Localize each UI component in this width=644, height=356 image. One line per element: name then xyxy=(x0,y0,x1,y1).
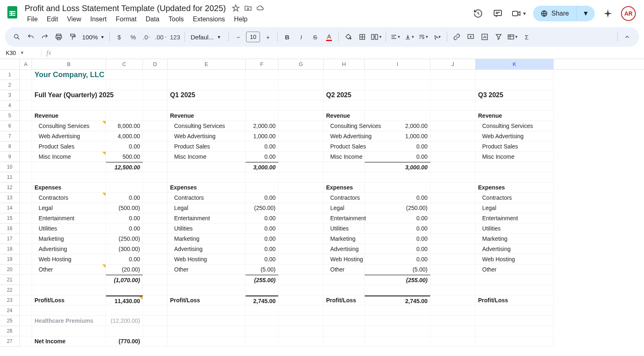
cell[interactable] xyxy=(106,90,143,100)
col-header-H[interactable]: H xyxy=(324,59,365,69)
cell[interactable] xyxy=(430,183,476,193)
font-size-input[interactable]: 10 xyxy=(246,32,260,42)
cell[interactable]: (250.00) xyxy=(106,234,143,244)
cell[interactable] xyxy=(365,183,430,193)
cell[interactable]: (300.00) xyxy=(106,244,143,254)
cell[interactable]: Profit/Loss xyxy=(32,295,106,306)
cell[interactable] xyxy=(143,203,168,213)
menu-data[interactable]: Data xyxy=(141,14,163,25)
cell[interactable] xyxy=(430,141,476,152)
cell[interactable] xyxy=(324,100,365,111)
increase-font-icon[interactable]: + xyxy=(262,30,274,43)
row-header-24[interactable]: 24 xyxy=(0,306,20,316)
row-header-25[interactable]: 25 xyxy=(0,316,20,326)
cell[interactable] xyxy=(324,326,365,336)
cell[interactable] xyxy=(168,326,246,336)
star-icon[interactable] xyxy=(232,4,240,12)
col-header-G[interactable]: G xyxy=(278,59,324,69)
cell[interactable] xyxy=(168,172,246,183)
cell[interactable]: Contractors xyxy=(32,193,106,203)
cell[interactable] xyxy=(365,285,430,295)
cell[interactable] xyxy=(20,285,32,295)
cell[interactable] xyxy=(278,121,324,131)
cell[interactable] xyxy=(143,285,168,295)
cell[interactable] xyxy=(246,172,278,183)
cell[interactable]: 0.00 xyxy=(365,141,430,152)
menu-help[interactable]: Help xyxy=(230,14,252,25)
cell[interactable] xyxy=(32,172,106,183)
cell[interactable]: Revenue xyxy=(32,111,106,121)
col-header-C[interactable]: C xyxy=(106,59,143,69)
cell[interactable]: (12,200.00) xyxy=(106,316,143,326)
cell[interactable] xyxy=(476,70,554,80)
cell[interactable]: Q2 2025 xyxy=(324,90,365,100)
fill-color-icon[interactable] xyxy=(342,30,354,43)
cell[interactable]: Revenue xyxy=(324,111,365,121)
cell[interactable] xyxy=(430,162,476,172)
comments-icon[interactable] xyxy=(491,7,504,20)
undo-icon[interactable] xyxy=(25,30,37,43)
cell[interactable] xyxy=(20,213,32,224)
bold-icon[interactable]: B xyxy=(281,30,293,43)
cell[interactable] xyxy=(20,111,32,121)
cell[interactable] xyxy=(143,162,168,172)
cell[interactable] xyxy=(430,234,476,244)
row-header-19[interactable]: 19 xyxy=(0,254,20,265)
cell[interactable]: Web Advertising xyxy=(324,131,365,141)
cell[interactable] xyxy=(365,111,430,121)
menu-format[interactable]: Format xyxy=(112,14,141,25)
menu-view[interactable]: View xyxy=(63,14,85,25)
search-menus-icon[interactable] xyxy=(11,30,23,43)
cell[interactable] xyxy=(365,172,430,183)
cell[interactable] xyxy=(278,80,324,90)
cell[interactable] xyxy=(20,172,32,183)
cell[interactable] xyxy=(324,306,365,316)
cell[interactable]: Web Advertising xyxy=(32,131,106,141)
vertical-align-icon[interactable]: ▼ xyxy=(403,30,416,43)
cell[interactable] xyxy=(476,100,554,111)
cell[interactable] xyxy=(278,152,324,162)
cell[interactable] xyxy=(20,121,32,131)
table-view-icon[interactable]: ▼ xyxy=(506,30,519,43)
cell[interactable]: (5.00) xyxy=(365,265,430,275)
print-icon[interactable] xyxy=(53,30,65,43)
cell[interactable] xyxy=(143,121,168,131)
cell[interactable]: 0.00 xyxy=(246,193,278,203)
cell[interactable]: (255.00) xyxy=(246,275,278,285)
cell[interactable]: 0.00 xyxy=(365,234,430,244)
row-header-7[interactable]: 7 xyxy=(0,131,20,141)
cell[interactable] xyxy=(430,316,476,326)
cell[interactable] xyxy=(168,285,246,295)
row-header-3[interactable]: 3 xyxy=(0,90,20,100)
cell[interactable] xyxy=(278,141,324,152)
cell[interactable]: Web Advertising xyxy=(476,131,554,141)
cell[interactable]: 0.00 xyxy=(246,234,278,244)
cell[interactable] xyxy=(430,70,476,80)
cell[interactable] xyxy=(20,224,32,234)
menu-edit[interactable]: Edit xyxy=(43,14,62,25)
cell[interactable] xyxy=(430,275,476,285)
cell[interactable]: 0.00 xyxy=(246,141,278,152)
col-header-E[interactable]: E xyxy=(168,59,246,69)
cell[interactable]: 0.00 xyxy=(246,213,278,224)
cell[interactable] xyxy=(246,90,278,100)
cell[interactable] xyxy=(20,152,32,162)
cell[interactable] xyxy=(143,326,168,336)
cell[interactable] xyxy=(20,326,32,336)
cell[interactable] xyxy=(430,152,476,162)
row-header-15[interactable]: 15 xyxy=(0,213,20,224)
cell[interactable]: Marketing xyxy=(476,234,554,244)
cell[interactable] xyxy=(246,80,278,90)
cell[interactable]: 0.00 xyxy=(365,224,430,234)
cell[interactable]: Other xyxy=(32,265,106,275)
account-avatar[interactable]: AR xyxy=(621,6,636,21)
cell[interactable]: 0.00 xyxy=(106,141,143,152)
cell[interactable]: (250.00) xyxy=(365,203,430,213)
row-header-26[interactable]: 26 xyxy=(0,326,20,336)
cell[interactable] xyxy=(430,326,476,336)
cell[interactable] xyxy=(430,121,476,131)
cell[interactable] xyxy=(32,326,106,336)
row-header-18[interactable]: 18 xyxy=(0,244,20,254)
cell[interactable]: Entertainment xyxy=(476,213,554,224)
cell[interactable] xyxy=(324,275,365,285)
